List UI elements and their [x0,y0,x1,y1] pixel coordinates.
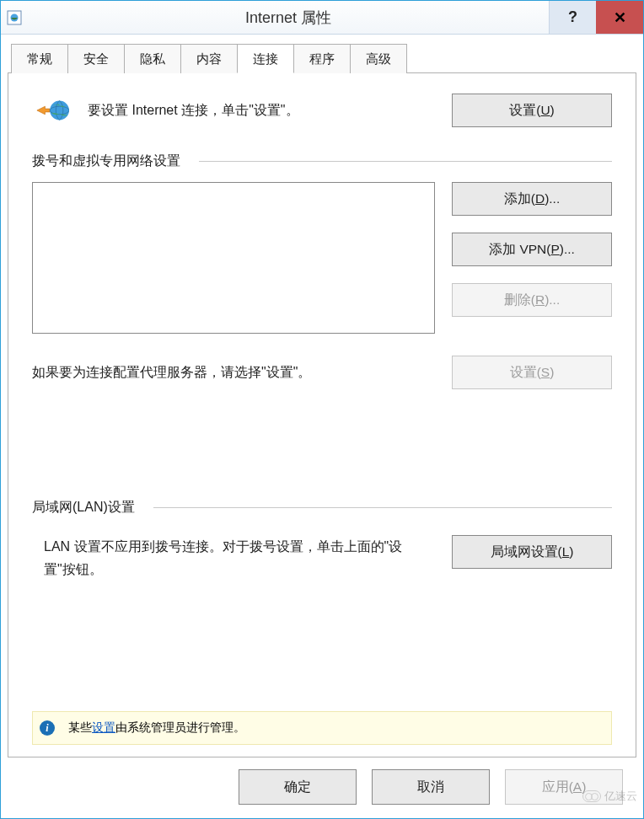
lan-section-header: 局域网(LAN)设置 [32,499,612,517]
app-icon [1,1,28,34]
lan-row: LAN 设置不应用到拨号连接。对于拨号设置，单击上面的"设置"按钮。 局域网设置… [32,535,612,581]
info-icon: i [40,720,55,736]
window-title: Internet 属性 [28,1,549,34]
add-vpn-button[interactable]: 添加 VPN(P)... [452,233,612,266]
spacer [32,581,612,711]
tab-panel-connections: 要设置 Internet 连接，单击"设置"。 设置(U) 拨号和虚拟专用网络设… [8,73,636,757]
dialup-row: 添加(D)... 添加 VPN(P)... 删除(R)... [32,182,612,334]
tabs: 常规 安全 隐私 内容 连接 程序 高级 [8,43,636,73]
divider [153,507,612,508]
tab-advanced[interactable]: 高级 [350,44,407,73]
svg-point-2 [50,101,69,120]
connection-settings-button[interactable]: 设置(S) [452,356,612,389]
watermark: 亿速云 [582,789,637,804]
spacer [32,389,612,499]
tab-privacy[interactable]: 隐私 [124,44,181,73]
lan-section-title: 局域网(LAN)设置 [32,499,135,517]
titlebar-buttons: ? ✕ [549,1,643,34]
cancel-button[interactable]: 取消 [372,769,490,805]
tab-programs[interactable]: 程序 [293,44,351,73]
dialog-window: Internet 属性 ? ✕ 常规 安全 隐私 内容 连接 程序 高级 [0,0,644,819]
divider [199,161,612,162]
tab-security[interactable]: 安全 [67,44,125,73]
intro-row: 要设置 Internet 连接，单击"设置"。 设置(U) [32,94,612,127]
dialup-buttons: 添加(D)... 添加 VPN(P)... 删除(R)... [452,182,612,334]
proxy-help-text: 如果要为连接配置代理服务器，请选择"设置"。 [32,364,430,382]
admin-info-bar: i 某些设置由系统管理员进行管理。 [32,711,612,745]
add-button[interactable]: 添加(D)... [452,182,612,216]
lan-settings-button[interactable]: 局域网设置(L) [452,535,612,569]
intro-text: 要设置 Internet 连接，单击"设置"。 [88,102,452,120]
tab-connections[interactable]: 连接 [237,44,294,73]
title-bar: Internet 属性 ? ✕ [1,1,643,35]
connections-listbox[interactable] [32,182,435,334]
watermark-icon [582,790,601,802]
close-button[interactable]: ✕ [596,1,643,34]
admin-info-text: 某些设置由系统管理员进行管理。 [68,720,245,736]
tab-content[interactable]: 内容 [180,44,238,73]
dialup-section-header: 拨号和虚拟专用网络设置 [32,153,612,170]
dialog-footer: 确定 取消 应用(A) [8,757,636,818]
lan-help-text: LAN 设置不应用到拨号连接。对于拨号设置，单击上面的"设置"按钮。 [32,535,430,581]
globe-arrow-icon [35,94,69,127]
ok-button[interactable]: 确定 [239,769,357,805]
setup-button[interactable]: 设置(U) [452,94,612,127]
proxy-row: 如果要为连接配置代理服务器，请选择"设置"。 设置(S) [32,356,612,389]
tab-general[interactable]: 常规 [11,44,68,73]
settings-link[interactable]: 设置 [92,720,115,734]
dialup-section-title: 拨号和虚拟专用网络设置 [32,153,180,170]
dialog-body: 常规 安全 隐私 内容 连接 程序 高级 [1,35,643,818]
help-button[interactable]: ? [549,1,596,34]
delete-button[interactable]: 删除(R)... [452,283,612,317]
